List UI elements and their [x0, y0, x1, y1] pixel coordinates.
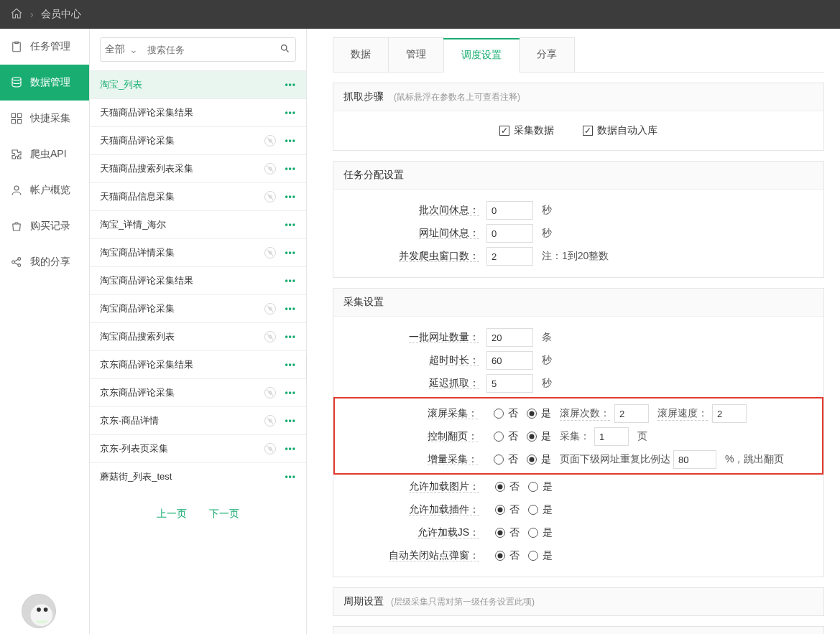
more-icon[interactable]: ••• — [283, 164, 296, 174]
field-label: 并发爬虫窗口数： — [399, 250, 479, 262]
task-item[interactable]: 蘑菇街_列表_test ••• — [90, 462, 306, 490]
sidebar-item-account[interactable]: 帐户概览 — [0, 172, 89, 208]
more-icon[interactable]: ••• — [283, 248, 296, 258]
radio-yes-3[interactable] — [528, 551, 538, 561]
tab-2[interactable]: 调度设置 — [443, 38, 520, 73]
radio-incr-no[interactable] — [494, 454, 504, 465]
task-item[interactable]: 淘宝商品搜索列表 ••• — [90, 322, 306, 350]
task-item[interactable]: 京东-商品详情 ••• — [90, 406, 306, 434]
task-item[interactable]: 淘宝_详情_海尔 ••• — [90, 210, 306, 238]
more-icon[interactable]: ••• — [283, 416, 296, 426]
sidebar-item-api[interactable]: 爬虫API — [0, 136, 89, 172]
tab-bar: 数据管理调度设置分享 — [333, 37, 824, 73]
radio-yes-1[interactable] — [528, 505, 538, 515]
radio-scroll-no[interactable] — [494, 409, 504, 419]
radio-no-1[interactable] — [495, 505, 505, 515]
text-label: %，跳出翻页 — [725, 453, 784, 466]
radio-no-2[interactable] — [495, 528, 505, 538]
task-name: 淘宝_列表 — [100, 78, 142, 91]
more-icon[interactable]: ••• — [283, 80, 296, 90]
radio-no-3[interactable] — [495, 551, 505, 561]
more-icon[interactable]: ••• — [283, 360, 296, 370]
checkbox-collect-data[interactable]: ✓采集数据 — [499, 124, 554, 137]
incr-ratio-input[interactable] — [673, 450, 716, 469]
radio-page-no[interactable] — [494, 432, 504, 442]
task-item[interactable]: 淘宝商品评论采集结果 ••• — [90, 266, 306, 294]
alloc-input-0[interactable] — [486, 201, 533, 220]
sidebar-item-label: 帐户概览 — [30, 184, 70, 197]
svg-rect-4 — [11, 119, 15, 123]
task-name: 京东-列表页采集 — [100, 442, 168, 455]
alloc-input-2[interactable] — [486, 247, 533, 266]
task-item[interactable]: 天猫商品信息采集 ••• — [90, 182, 306, 210]
radio-no-0[interactable] — [495, 482, 505, 492]
search-icon[interactable] — [274, 43, 295, 56]
task-item[interactable]: 京东商品评论采集 ••• — [90, 378, 306, 406]
unit-label: 注：1到20整数 — [542, 250, 609, 263]
radio-yes-0[interactable] — [528, 482, 538, 492]
home-icon[interactable] — [10, 7, 23, 22]
radio-incr-yes[interactable] — [527, 454, 537, 465]
url-batch-input[interactable] — [486, 328, 533, 347]
more-icon[interactable]: ••• — [283, 444, 296, 454]
sidebar-item-quick[interactable]: 快捷采集 — [0, 101, 89, 136]
sidebar-item-share[interactable]: 我的分享 — [0, 244, 89, 280]
task-item[interactable]: 京东-列表页采集 ••• — [90, 434, 306, 462]
checkbox-auto-store[interactable]: ✓数据自动入库 — [583, 124, 657, 137]
task-item[interactable]: 天猫商品搜索列表采集 ••• — [90, 154, 306, 182]
search-input[interactable] — [142, 45, 274, 55]
checkbox-label: 采集数据 — [514, 124, 554, 137]
svg-point-7 — [12, 261, 15, 264]
next-page-link[interactable]: 下一页 — [209, 508, 239, 519]
sidebar-item-data[interactable]: 数据管理 — [0, 65, 89, 101]
sidebar: 任务管理 数据管理 快捷采集 爬虫API 帐户概览 购买记录 我的分享 — [0, 29, 90, 634]
scroll-speed-input[interactable] — [712, 404, 747, 423]
prev-page-link[interactable]: 上一页 — [157, 508, 187, 519]
field-label: 批次间休息： — [419, 204, 479, 216]
task-name: 京东商品评论采集 — [100, 386, 175, 399]
search-scope-select[interactable]: 全部 ⌄ — [101, 43, 142, 56]
breadcrumb-separator: › — [30, 9, 34, 20]
page-count-input[interactable] — [594, 427, 629, 446]
task-item[interactable]: 京东商品评论采集结果 ••• — [90, 350, 306, 378]
scroll-count-input[interactable] — [614, 404, 649, 423]
radio-page-yes[interactable] — [527, 432, 537, 442]
timeout-input[interactable] — [486, 351, 533, 370]
more-icon[interactable]: ••• — [283, 304, 296, 314]
field-label: 允许加载图片： — [409, 480, 479, 493]
tab-3[interactable]: 分享 — [519, 37, 575, 72]
more-icon[interactable]: ••• — [283, 276, 296, 286]
more-icon[interactable]: ••• — [283, 192, 296, 202]
radio-label: 是 — [541, 407, 551, 420]
task-name: 天猫商品评论采集 — [100, 134, 175, 147]
text-label: 页面下级网址重复比例达 — [560, 453, 670, 466]
sidebar-item-purchase[interactable]: 购买记录 — [0, 208, 89, 244]
breadcrumb-title[interactable]: 会员中心 — [41, 8, 81, 21]
task-item[interactable]: 天猫商品评论采集 ••• — [90, 126, 306, 154]
section-login[interactable]: 网站登录设置 — [333, 626, 824, 634]
radio-label: 是 — [543, 480, 553, 493]
more-icon[interactable]: ••• — [283, 220, 296, 230]
alloc-input-1[interactable] — [486, 224, 533, 243]
tab-0[interactable]: 数据 — [333, 37, 389, 72]
task-item[interactable]: 天猫商品评论采集结果 ••• — [90, 98, 306, 126]
more-icon[interactable]: ••• — [283, 472, 296, 482]
field-label: 允许加载插件： — [409, 503, 479, 516]
tab-1[interactable]: 管理 — [388, 37, 444, 72]
radio-scroll-yes[interactable] — [527, 409, 537, 419]
more-icon[interactable]: ••• — [283, 108, 296, 118]
chevron-down-icon: ⌄ — [129, 44, 138, 55]
more-icon[interactable]: ••• — [283, 388, 296, 398]
avatar[interactable] — [22, 594, 56, 628]
more-icon[interactable]: ••• — [283, 332, 296, 342]
field-label: 滚屏速度： — [657, 407, 708, 421]
compass-icon — [264, 415, 276, 426]
sidebar-item-tasks[interactable]: 任务管理 — [0, 29, 89, 65]
task-item[interactable]: 淘宝商品详情采集 ••• — [90, 238, 306, 266]
delay-input[interactable] — [486, 374, 533, 393]
section-period[interactable]: 周期设置(层级采集只需对第一级任务设置此项) — [333, 587, 824, 616]
radio-yes-2[interactable] — [528, 528, 538, 538]
task-item[interactable]: 淘宝_列表 ••• — [90, 70, 306, 98]
task-item[interactable]: 淘宝商品评论采集 ••• — [90, 294, 306, 322]
more-icon[interactable]: ••• — [283, 136, 296, 146]
